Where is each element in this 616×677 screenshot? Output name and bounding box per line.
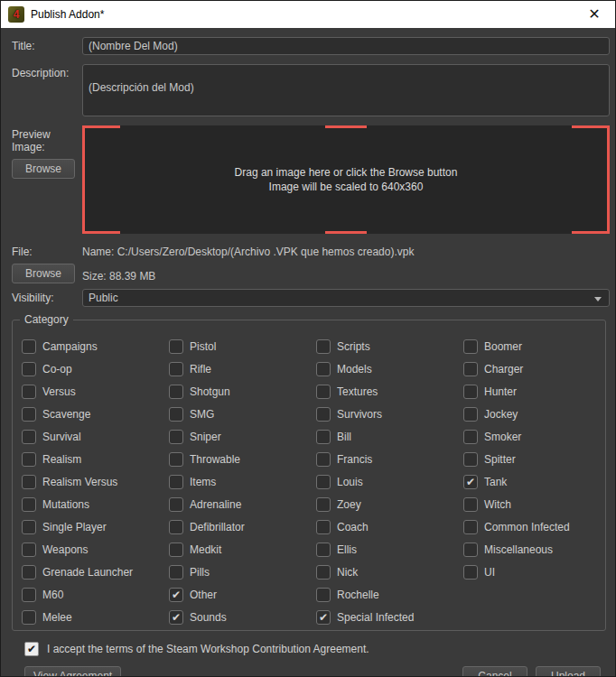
category-checkbox-ellis[interactable] bbox=[316, 543, 331, 557]
category-checkbox-special-infected[interactable]: ✔ bbox=[316, 610, 331, 625]
category-item-versus[interactable]: Versus bbox=[22, 380, 169, 403]
category-item-miscellaneous[interactable]: Miscellaneous bbox=[463, 538, 611, 561]
category-checkbox-pistol[interactable] bbox=[169, 339, 183, 354]
category-item-throwable[interactable]: Throwable bbox=[169, 448, 316, 470]
category-item-scripts[interactable]: Scripts bbox=[316, 335, 463, 357]
upload-button[interactable]: Upload bbox=[536, 666, 601, 677]
category-checkbox-witch[interactable] bbox=[463, 497, 478, 512]
category-item-campaigns[interactable]: Campaigns bbox=[22, 335, 169, 357]
category-item-mutations[interactable]: Mutations bbox=[22, 493, 169, 515]
category-checkbox-mutations[interactable] bbox=[22, 497, 36, 512]
category-item-ui[interactable]: UI bbox=[463, 561, 611, 583]
category-checkbox-melee[interactable] bbox=[22, 610, 36, 625]
preview-browse-button[interactable]: Browse bbox=[12, 159, 75, 179]
category-item-tank[interactable]: ✔Tank bbox=[463, 470, 611, 493]
category-checkbox-spitter[interactable] bbox=[463, 452, 478, 467]
category-checkbox-co-op[interactable] bbox=[22, 362, 36, 376]
category-item-pistol[interactable]: Pistol bbox=[169, 335, 316, 357]
category-checkbox-smoker[interactable] bbox=[463, 430, 478, 444]
category-item-co-op[interactable]: Co-op bbox=[22, 357, 169, 380]
title-input[interactable] bbox=[82, 37, 610, 55]
category-checkbox-survivors[interactable] bbox=[316, 407, 331, 422]
category-checkbox-ui[interactable] bbox=[463, 565, 478, 580]
category-checkbox-jockey[interactable] bbox=[463, 407, 478, 422]
category-item-special-infected[interactable]: ✔Special Infected bbox=[316, 606, 463, 628]
category-checkbox-weapons[interactable] bbox=[22, 543, 36, 557]
category-checkbox-miscellaneous[interactable] bbox=[463, 543, 478, 557]
category-checkbox-survival[interactable] bbox=[22, 430, 36, 444]
category-item-melee[interactable]: Melee bbox=[22, 606, 169, 628]
category-item-grenade-launcher[interactable]: Grenade Launcher bbox=[22, 561, 169, 583]
category-item-rifle[interactable]: Rifle bbox=[169, 357, 316, 380]
category-item-charger[interactable]: Charger bbox=[463, 357, 611, 380]
category-item-realism[interactable]: Realism bbox=[22, 448, 169, 470]
category-checkbox-sniper[interactable] bbox=[169, 430, 183, 444]
category-checkbox-versus[interactable] bbox=[22, 385, 36, 399]
category-checkbox-scripts[interactable] bbox=[316, 339, 331, 354]
category-item-bill[interactable]: Bill bbox=[316, 425, 463, 448]
category-checkbox-rifle[interactable] bbox=[169, 362, 183, 376]
category-item-adrenaline[interactable]: Adrenaline bbox=[169, 493, 316, 515]
category-item-models[interactable]: Models bbox=[316, 357, 463, 380]
category-item-rochelle[interactable]: Rochelle bbox=[316, 583, 463, 606]
category-checkbox-textures[interactable] bbox=[316, 385, 331, 399]
category-checkbox-medkit[interactable] bbox=[169, 543, 183, 557]
category-checkbox-campaigns[interactable] bbox=[22, 339, 36, 354]
category-checkbox-single-player[interactable] bbox=[22, 520, 36, 534]
view-agreement-button[interactable]: View Agreement bbox=[24, 666, 121, 677]
category-item-spitter[interactable]: Spitter bbox=[463, 448, 611, 470]
category-item-medkit[interactable]: Medkit bbox=[169, 538, 316, 561]
category-checkbox-scavenge[interactable] bbox=[22, 407, 36, 422]
category-checkbox-common-infected[interactable] bbox=[463, 520, 478, 534]
category-checkbox-items[interactable] bbox=[169, 475, 183, 489]
category-checkbox-smg[interactable] bbox=[169, 407, 183, 422]
agreement-row[interactable]: ✔ I accept the terms of the Steam Worksh… bbox=[24, 642, 601, 656]
category-item-smg[interactable]: SMG bbox=[169, 403, 316, 425]
category-item-scavenge[interactable]: Scavenge bbox=[22, 403, 169, 425]
close-icon[interactable]: ✕ bbox=[584, 7, 604, 22]
category-item-smoker[interactable]: Smoker bbox=[463, 425, 611, 448]
category-checkbox-coach[interactable] bbox=[316, 520, 331, 534]
category-item-weapons[interactable]: Weapons bbox=[22, 538, 169, 561]
category-item-francis[interactable]: Francis bbox=[316, 448, 463, 470]
category-item-realism-versus[interactable]: Realism Versus bbox=[22, 470, 169, 493]
category-item-coach[interactable]: Coach bbox=[316, 515, 463, 538]
category-item-nick[interactable]: Nick bbox=[316, 561, 463, 583]
image-drop-area[interactable]: Drag an image here or click the Browse b… bbox=[82, 125, 610, 234]
category-checkbox-louis[interactable] bbox=[316, 475, 331, 489]
category-checkbox-defibrillator[interactable] bbox=[169, 520, 183, 534]
category-item-m60[interactable]: M60 bbox=[22, 583, 169, 606]
category-checkbox-m60[interactable] bbox=[22, 588, 36, 602]
visibility-dropdown[interactable]: Public bbox=[82, 289, 610, 307]
category-checkbox-other[interactable]: ✔ bbox=[169, 588, 183, 602]
category-item-defibrillator[interactable]: Defibrillator bbox=[169, 515, 316, 538]
category-checkbox-francis[interactable] bbox=[316, 452, 331, 467]
category-item-survival[interactable]: Survival bbox=[22, 425, 169, 448]
category-checkbox-nick[interactable] bbox=[316, 565, 331, 580]
category-item-witch[interactable]: Witch bbox=[463, 493, 611, 515]
category-item-jockey[interactable]: Jockey bbox=[463, 403, 611, 425]
category-checkbox-realism[interactable] bbox=[22, 452, 36, 467]
category-checkbox-zoey[interactable] bbox=[316, 497, 331, 512]
category-checkbox-charger[interactable] bbox=[463, 362, 478, 376]
category-item-ellis[interactable]: Ellis bbox=[316, 538, 463, 561]
agreement-checkbox[interactable]: ✔ bbox=[24, 642, 39, 656]
category-checkbox-sounds[interactable]: ✔ bbox=[169, 610, 183, 625]
category-checkbox-models[interactable] bbox=[316, 362, 331, 376]
category-item-single-player[interactable]: Single Player bbox=[22, 515, 169, 538]
category-item-zoey[interactable]: Zoey bbox=[316, 493, 463, 515]
category-item-shotgun[interactable]: Shotgun bbox=[169, 380, 316, 403]
category-item-common-infected[interactable]: Common Infected bbox=[463, 515, 611, 538]
category-checkbox-realism-versus[interactable] bbox=[22, 475, 36, 489]
category-checkbox-grenade-launcher[interactable] bbox=[22, 565, 36, 580]
file-browse-button[interactable]: Browse bbox=[12, 264, 75, 283]
category-checkbox-pills[interactable] bbox=[169, 565, 183, 580]
description-input[interactable]: (Descripción del Mod) bbox=[82, 64, 610, 116]
category-checkbox-shotgun[interactable] bbox=[169, 385, 183, 399]
category-checkbox-throwable[interactable] bbox=[169, 452, 183, 467]
category-item-items[interactable]: Items bbox=[169, 470, 316, 493]
category-checkbox-bill[interactable] bbox=[316, 430, 331, 444]
cancel-button[interactable]: Cancel bbox=[462, 666, 527, 677]
category-item-pills[interactable]: Pills bbox=[169, 561, 316, 583]
category-checkbox-adrenaline[interactable] bbox=[169, 497, 183, 512]
